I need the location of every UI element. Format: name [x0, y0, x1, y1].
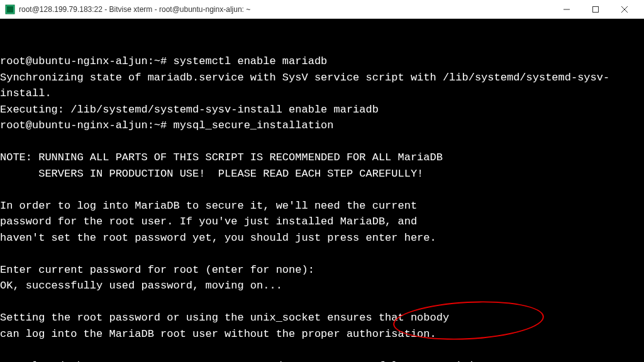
- terminal-line: OK, successfully used password, moving o…: [0, 278, 644, 294]
- maximize-button[interactable]: [581, 0, 610, 19]
- terminal-line: Synchronizing state of mariadb.service w…: [0, 70, 644, 102]
- terminal-line: haven't set the root password yet, you s…: [0, 230, 644, 246]
- terminal-line: can log into the MariaDB root user witho…: [0, 326, 644, 343]
- terminal-line: [0, 342, 644, 358]
- terminal-line: [0, 294, 644, 310]
- terminal-line: Setting the root password or using the u…: [0, 310, 644, 326]
- window-controls: [552, 0, 639, 19]
- terminal-line: root@ubuntu-nginx-aljun:~# mysql_secure_…: [0, 118, 644, 134]
- terminal-area[interactable]: root@ubuntu-nginx-aljun:~# systemctl ena…: [0, 19, 644, 362]
- terminal-content: root@ubuntu-nginx-aljun:~# systemctl ena…: [0, 53, 644, 362]
- terminal-line: SERVERS IN PRODUCTION USE! PLEASE READ E…: [0, 166, 644, 182]
- terminal-line: In order to log into MariaDB to secure i…: [0, 198, 644, 214]
- terminal-line: [0, 182, 644, 198]
- close-button[interactable]: [610, 0, 639, 19]
- terminal-line: Executing: /lib/systemd/systemd-sysv-ins…: [0, 102, 644, 118]
- svg-rect-3: [593, 6, 599, 12]
- terminal-line: root@ubuntu-nginx-aljun:~# systemctl ena…: [0, 53, 644, 70]
- window-titlebar: root@128.199.79.183:22 - Bitvise xterm -…: [0, 0, 644, 19]
- terminal-line: You already have your root account prote…: [0, 358, 644, 363]
- titlebar-left: root@128.199.79.183:22 - Bitvise xterm -…: [5, 4, 250, 14]
- window-title: root@128.199.79.183:22 - Bitvise xterm -…: [19, 5, 250, 14]
- terminal-line: Enter current password for root (enter f…: [0, 262, 644, 278]
- terminal-line: NOTE: RUNNING ALL PARTS OF THIS SCRIPT I…: [0, 150, 644, 166]
- terminal-line: password for the root user. If you've ju…: [0, 214, 644, 230]
- terminal-line: [0, 134, 644, 150]
- svg-rect-1: [7, 6, 13, 13]
- app-icon: [5, 4, 15, 14]
- terminal-line: [0, 246, 644, 262]
- minimize-button[interactable]: [552, 0, 581, 19]
